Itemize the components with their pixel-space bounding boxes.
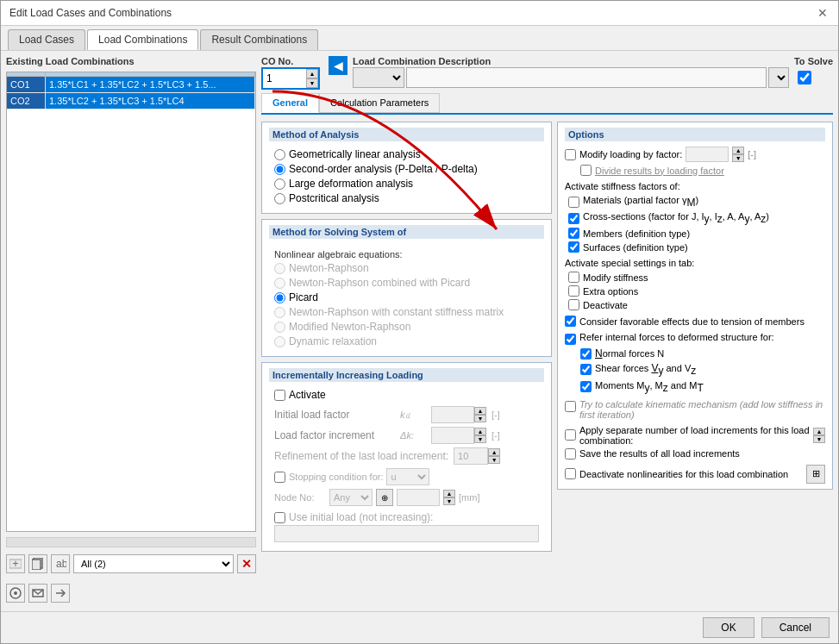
horizontal-scrollbar[interactable] <box>6 537 256 547</box>
surfaces-checkbox[interactable] <box>568 241 579 253</box>
icon-btn-2[interactable] <box>28 584 47 603</box>
radio-second-order-input[interactable] <box>274 164 285 175</box>
radio-dynamic[interactable]: Dynamic relaxation <box>274 335 539 347</box>
combo-desc: 1.35*LC1 + 1.35*LC2 + 1.5*LC3 + 1.5... <box>46 77 255 92</box>
copy-button[interactable] <box>28 554 47 573</box>
existing-combos-label: Existing Load Combinations <box>6 56 256 66</box>
tab-result-combinations[interactable]: Result Combinations <box>200 29 318 50</box>
deactivate-checkbox[interactable] <box>568 299 579 310</box>
to-solve-checkbox[interactable] <box>798 71 811 84</box>
use-initial-label[interactable]: Use initial load (not increasing): <box>274 511 539 523</box>
radio-large-deformation[interactable]: Large deformation analysis <box>274 178 539 190</box>
apply-checkbox[interactable] <box>565 429 576 441</box>
radio-picard-label: Picard <box>289 291 318 303</box>
combo-row[interactable]: CO1 1.35*LC1 + 1.35*LC2 + 1.5*LC3 + 1.5.… <box>7 77 255 93</box>
activate-checkbox[interactable] <box>274 390 285 401</box>
combo-list[interactable]: CO1 1.35*LC1 + 1.35*LC2 + 1.5*LC3 + 1.5.… <box>6 72 256 532</box>
inner-tab-calc-params[interactable]: Calculation Parameters <box>319 93 440 113</box>
icon-btn-3[interactable] <box>51 584 70 603</box>
radio-picard[interactable]: Picard <box>274 291 539 303</box>
filter-select[interactable]: All (2) <box>73 554 234 573</box>
materials-checkbox[interactable] <box>568 197 579 208</box>
apply-spin-up[interactable]: ▲ <box>813 428 825 435</box>
tab-load-combinations[interactable]: Load Combinations <box>87 29 198 50</box>
radio-newton-raphson[interactable]: Newton-Raphson <box>274 262 539 274</box>
radio-postcritical-input[interactable] <box>274 193 285 204</box>
back-arrow-button[interactable]: ◀ <box>329 56 347 75</box>
radio-postcritical[interactable]: Postcritical analysis <box>274 192 539 204</box>
consider-checkbox[interactable] <box>565 316 576 327</box>
stopping-checkbox[interactable] <box>274 472 285 483</box>
icon-btn-1[interactable] <box>6 584 25 603</box>
initial-load-spin-down[interactable]: ▼ <box>474 415 486 422</box>
node-spin-up[interactable]: ▲ <box>443 490 455 497</box>
members-row: Members (definition type) <box>568 228 825 239</box>
cross-sections-checkbox[interactable] <box>568 213 579 224</box>
delete-button[interactable]: ✕ <box>237 554 256 573</box>
node-value-input[interactable] <box>397 489 440 506</box>
modify-loading-checkbox[interactable] <box>565 149 576 160</box>
co-no-spin-up[interactable]: ▲ <box>306 69 318 78</box>
radio-nr-picard[interactable]: Newton-Raphson combined with Picard <box>274 277 539 289</box>
use-initial-input[interactable] <box>274 525 539 542</box>
node-spin-down[interactable]: ▼ <box>443 497 455 505</box>
to-solve-label: To Solve <box>794 56 833 66</box>
node-select[interactable]: Any <box>329 489 373 506</box>
radio-modified-nr-label: Modified Newton-Raphson <box>289 321 410 333</box>
add-button[interactable]: + <box>6 554 25 573</box>
ok-button[interactable]: OK <box>703 617 754 638</box>
refinement-spin-down[interactable]: ▼ <box>488 456 500 464</box>
radio-geometrically-linear[interactable]: Geometrically linear analysis <box>274 148 539 160</box>
refinement-input-group: ▲ ▼ <box>454 447 500 465</box>
inner-tab-general[interactable]: General <box>261 93 319 113</box>
left-panel: Existing Load Combinations CO1 1.35*LC1 … <box>6 56 256 606</box>
refinement-spin-up[interactable]: ▲ <box>488 448 500 456</box>
radio-geometrically-linear-input[interactable] <box>274 149 285 160</box>
desc-text-input[interactable] <box>406 67 767 88</box>
deactivate-nonlinear-checkbox[interactable] <box>565 468 576 479</box>
svg-rect-3 <box>32 560 41 570</box>
ml-spin-down[interactable]: ▼ <box>732 154 744 162</box>
radio-nr-const[interactable]: Newton-Raphson with constant stiffness m… <box>274 306 539 318</box>
radio-modified-nr[interactable]: Modified Newton-Raphson <box>274 321 539 333</box>
rename-button[interactable]: ab <box>51 554 70 573</box>
modify-stiffness-checkbox[interactable] <box>568 272 579 283</box>
desc-extra-select[interactable]: ▼ <box>768 67 789 88</box>
extra-options-checkbox[interactable] <box>568 285 579 297</box>
save-results-checkbox[interactable] <box>565 448 576 460</box>
divide-results-checkbox[interactable] <box>580 165 592 176</box>
materials-label: Materials (partial factor γM) <box>583 195 698 209</box>
cancel-button[interactable]: Cancel <box>761 617 830 638</box>
refinement-label: Refinement of the last load increment: <box>274 450 448 462</box>
modify-loading-input[interactable] <box>686 147 729 162</box>
normal-forces-checkbox[interactable] <box>580 348 592 360</box>
radio-picard-input[interactable] <box>274 292 285 303</box>
kinematic-checkbox[interactable] <box>565 401 576 412</box>
tab-load-cases[interactable]: Load Cases <box>8 29 85 50</box>
stopping-select[interactable]: u <box>386 468 429 485</box>
load-factor-spin-down[interactable]: ▼ <box>474 435 486 443</box>
node-picker-button[interactable]: ⊕ <box>376 489 393 506</box>
shear-forces-checkbox[interactable] <box>580 364 592 375</box>
load-factor-spin-up[interactable]: ▲ <box>474 428 486 435</box>
desc-type-select[interactable] <box>353 67 404 88</box>
co-no-input[interactable] <box>263 69 306 88</box>
refinement-input[interactable] <box>454 447 488 465</box>
load-factor-input[interactable] <box>431 427 474 444</box>
apply-spin-down[interactable]: ▼ <box>813 435 825 443</box>
combo-row[interactable]: CO2 1.35*LC2 + 1.35*LC3 + 1.5*LC4 <box>7 93 255 109</box>
radio-large-deformation-input[interactable] <box>274 178 285 190</box>
activate-checkbox-label[interactable]: Activate <box>274 389 539 401</box>
radio-second-order[interactable]: Second-order analysis (P-Delta / P-delta… <box>274 163 539 175</box>
initial-load-spin-up[interactable]: ▲ <box>474 407 486 415</box>
use-initial-checkbox[interactable] <box>274 512 285 523</box>
stiffness-icon-button[interactable]: ⊞ <box>806 465 825 484</box>
close-button[interactable]: ✕ <box>816 6 830 20</box>
ml-spin-up[interactable]: ▲ <box>732 147 744 154</box>
co-no-spin-down[interactable]: ▼ <box>306 78 318 88</box>
moments-checkbox[interactable] <box>580 381 592 392</box>
refer-checkbox[interactable] <box>565 334 576 345</box>
members-checkbox[interactable] <box>568 228 579 239</box>
kinematic-row: Try to calculate kinematic mechanism (ad… <box>565 399 825 420</box>
initial-load-input[interactable] <box>431 406 474 423</box>
